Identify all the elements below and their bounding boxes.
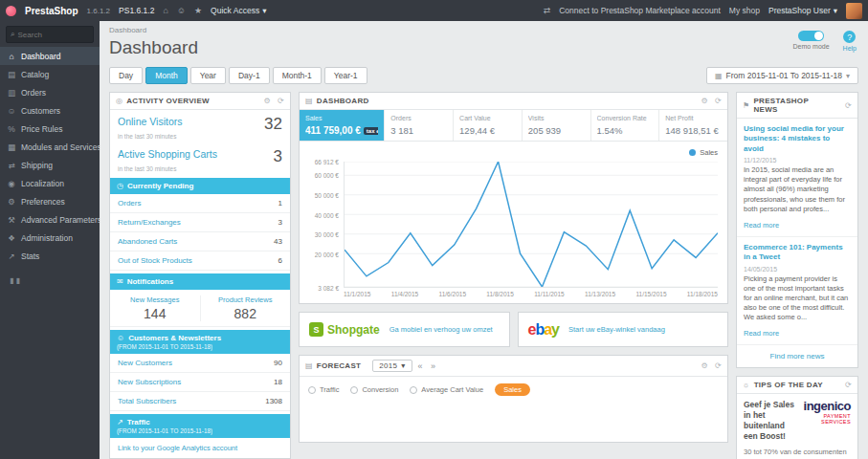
forecast-prev-icon[interactable]: « [416, 361, 425, 371]
news-headline-link[interactable]: Ecommerce 101: Payments in a Tweet [744, 243, 851, 263]
range-button-year-1[interactable]: Year-1 [324, 67, 367, 84]
radio-icon [410, 386, 417, 394]
news-panel-title: PRESTASHOP NEWS [753, 97, 835, 114]
x-tick-label: 11/4/2015 [391, 291, 418, 297]
my-shop-link[interactable]: My shop [729, 6, 760, 15]
product-reviews-cell[interactable]: Product Reviews 882 [200, 295, 291, 321]
active-carts-link[interactable]: Active Shopping Carts [118, 148, 217, 160]
forecast-metric-sales[interactable]: Sales [495, 383, 530, 396]
pending-row-abandoned-carts[interactable]: Abandoned Carts43 [110, 232, 290, 251]
forecast-metric-traffic[interactable]: Traffic [308, 385, 339, 394]
sidebar-item-preferences[interactable]: ⚙Preferences [0, 192, 100, 210]
search-icon: ⌕ [11, 30, 14, 39]
gear-icon[interactable]: ⚙ [264, 97, 271, 105]
sidebar-item-advanced-parameters[interactable]: ⚒Advanced Parameters [0, 210, 100, 229]
pending-row-returns[interactable]: Return/Exchanges3 [110, 213, 290, 232]
sidebar-item-localization[interactable]: ◉Localization [0, 174, 100, 192]
preferences-icon: ⚙ [7, 197, 16, 207]
news-date: 11/12/2015 [744, 157, 851, 164]
ebay-cta-link[interactable]: Start uw eBay-winkel vandaag [568, 325, 665, 334]
forecast-metric-average-cart-value[interactable]: Average Cart Value [410, 385, 483, 394]
breadcrumb[interactable]: Dashboard [109, 26, 198, 34]
gear-icon[interactable]: ⚙ [701, 97, 708, 105]
google-analytics-link[interactable]: Link to your Google Analytics account [110, 438, 290, 458]
pending-row-orders[interactable]: Orders1 [110, 194, 290, 213]
refresh-icon[interactable]: ⟳ [845, 381, 852, 389]
tips-of-the-day-panel: ☼ TIPS OF THE DAY ⟳ Geef je Sales in het… [736, 376, 858, 459]
x-tick-label: 11/11/2015 [534, 291, 565, 297]
customers-row-new-subscriptions[interactable]: New Subscriptions18 [110, 373, 290, 392]
sidebar-item-dashboard[interactable]: ⌂Dashboard [0, 47, 100, 65]
kpi-visits[interactable]: Visits 205 939 [523, 110, 591, 141]
find-more-news-link[interactable]: Find more news [737, 345, 857, 367]
user-menu[interactable]: PrestaShop User ▾ [768, 6, 837, 15]
quick-access-menu[interactable]: Quick Access ▾ [211, 6, 266, 15]
shopgate-module-banner[interactable]: S Shopgate Ga mobiel en verhoog uw omzet [299, 312, 510, 347]
sidebar-item-price-rules[interactable]: %Price Rules [0, 120, 100, 138]
kpi-orders[interactable]: Orders 3 181 [385, 110, 454, 141]
kpi-sales[interactable]: Sales 411 759,00 €tax excl. [300, 110, 385, 141]
trophy-icon[interactable]: ★ [194, 6, 202, 15]
new-messages-label: New Messages [110, 295, 200, 304]
marketplace-link[interactable]: Connect to PrestaShop Marketplace accoun… [559, 6, 721, 15]
shop-icon[interactable]: ⌂ [163, 6, 167, 15]
date-range-picker[interactable]: ▦ From 2015-11-01 To 2015-11-18 ▾ [706, 67, 858, 84]
kpi-cart-value[interactable]: Cart Value 129,44 € [454, 110, 523, 141]
range-button-year[interactable]: Year [190, 67, 226, 84]
sidebar-search[interactable]: ⌕ [6, 26, 94, 43]
demo-mode-toggle[interactable] [798, 31, 824, 41]
kpi-value: 3 181 [390, 125, 447, 136]
range-button-month[interactable]: Month [145, 67, 188, 84]
sidebar-item-administration[interactable]: ❖Administration [0, 229, 100, 247]
profile-icon[interactable]: ☺ [177, 6, 186, 15]
help-label: Help [843, 45, 857, 52]
customers-value: 90 [274, 359, 282, 367]
search-input[interactable] [17, 31, 86, 39]
customers-row-new-customers[interactable]: New Customers90 [110, 354, 290, 373]
refresh-icon[interactable]: ⟳ [278, 97, 284, 105]
refresh-icon[interactable]: ⟳ [715, 361, 722, 370]
pending-value: 43 [274, 237, 282, 246]
sidebar-collapse-icon[interactable]: ▮▮ [0, 265, 100, 296]
news-headline-link[interactable]: Using social media for your business: 4 … [744, 124, 851, 154]
customers-date-range: (FROM 2015-11-01 TO 2015-11-18) [117, 343, 283, 350]
chart-legend[interactable]: Sales [307, 147, 718, 158]
ingenico-brand: ingenico [800, 400, 851, 412]
kpi-net-profit[interactable]: Net Profit 148 918,51 € [659, 110, 727, 141]
range-button-day[interactable]: Day [109, 67, 143, 84]
sidebar-item-modules[interactable]: ▦Modules and Services [0, 138, 100, 156]
range-button-day-1[interactable]: Day-1 [229, 67, 270, 84]
demo-mode-label: Demo mode [792, 43, 829, 50]
read-more-link[interactable]: Read more [744, 329, 779, 338]
read-more-link[interactable]: Read more [744, 221, 779, 230]
customers-row-total-subscribers[interactable]: Total Subscribers1308 [110, 392, 290, 411]
customers-value: 18 [274, 378, 282, 386]
sidebar-item-catalog[interactable]: ▤Catalog [0, 65, 100, 83]
new-messages-cell[interactable]: New Messages 144 [110, 295, 200, 321]
forecast-panel-title: FORECAST [317, 361, 361, 370]
forecast-metric-conversion[interactable]: Conversion [350, 385, 398, 394]
refresh-icon[interactable]: ⟳ [845, 101, 852, 110]
help-icon[interactable]: ? [843, 31, 856, 43]
online-visitors-link[interactable]: Online Visitors [118, 116, 183, 127]
shop-name[interactable]: PS1.6.1.2 [119, 6, 154, 15]
range-button-month-1[interactable]: Month-1 [273, 67, 322, 84]
sidebar-item-orders[interactable]: ▥Orders [0, 83, 100, 101]
pending-row-out-of-stock[interactable]: Out of Stock Products6 [110, 251, 290, 271]
traffic-title: Traffic [127, 418, 150, 426]
kpi-conversion-rate[interactable]: Conversion Rate 1.54% [591, 110, 660, 141]
forecast-year-select[interactable]: 2015 ▾ [372, 360, 412, 372]
marketplace-icon: ⇄ [544, 6, 551, 15]
user-avatar[interactable] [846, 3, 862, 19]
ebay-module-banner[interactable]: ebay Start uw eBay-winkel vandaag [518, 312, 729, 347]
sidebar-item-shipping[interactable]: ⇄Shipping [0, 156, 100, 174]
sidebar-item-customers[interactable]: ☺Customers [0, 101, 100, 120]
forecast-next-icon[interactable]: » [429, 361, 437, 371]
refresh-icon[interactable]: ⟳ [715, 97, 722, 105]
notifications-header: ✉Notifications [110, 273, 290, 290]
shopgate-cta-link[interactable]: Ga mobiel en verhoog uw omzet [389, 325, 493, 334]
news-item: Using social media for your business: 4 … [737, 119, 857, 237]
sidebar-item-stats[interactable]: ↗Stats [0, 247, 100, 265]
gear-icon[interactable]: ⚙ [701, 361, 708, 370]
y-tick-label: 60 000 € [315, 172, 339, 179]
